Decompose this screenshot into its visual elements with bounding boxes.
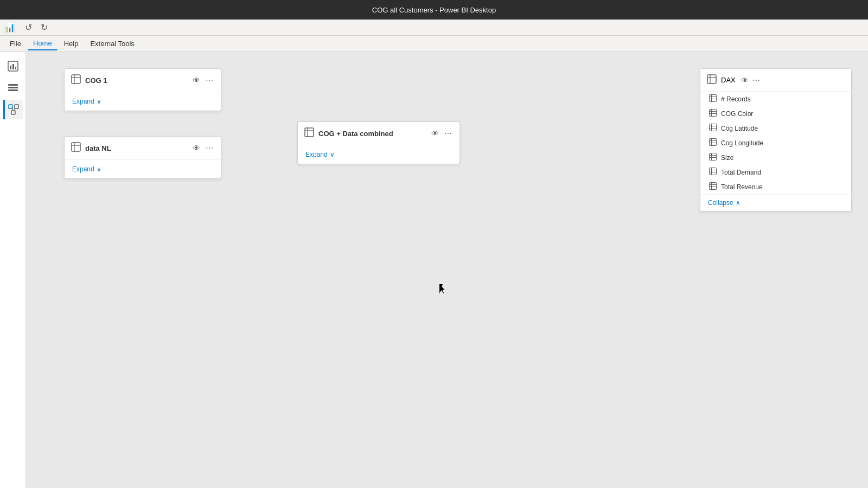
mouse-cursor [439, 284, 446, 294]
svg-rect-16 [8, 89, 18, 91]
svg-rect-18 [15, 105, 18, 108]
main-canvas: COG 1 👁 ⋯ Expand ∨ data NL 👁 ⋯ [26, 52, 868, 488]
dax-visibility-btn[interactable]: 👁 [740, 75, 750, 86]
dax-card-actions: 👁 ⋯ [740, 76, 762, 85]
svg-rect-38 [710, 110, 717, 117]
dax-field-cog-color-label: COG Color [721, 110, 753, 118]
table-data-nl-expand-icon: ∨ [97, 165, 101, 173]
menu-external-tools[interactable]: External Tools [85, 37, 139, 50]
table-name-cog1: COG 1 [85, 76, 187, 85]
sidebar-report-icon[interactable] [3, 56, 23, 76]
table-icon-cog1 [71, 74, 81, 86]
undo-btn[interactable]: ↺ [22, 21, 35, 34]
table-icon-data-nl [71, 142, 81, 154]
table-data-nl-expand-label: Expand [72, 165, 94, 173]
dax-field-total-revenue: Total Revenue [700, 179, 851, 194]
dax-field-total-demand: Total Demand [700, 165, 851, 179]
dax-field-records-icon [709, 94, 717, 104]
table-name-cog-data: COG + Data combined [318, 130, 426, 138]
dax-field-cog-latitude-icon [709, 124, 717, 133]
menu-home[interactable]: Home [28, 37, 58, 50]
svg-rect-15 [8, 87, 18, 88]
window-icon: 📊 [4, 22, 15, 33]
svg-rect-50 [710, 153, 717, 160]
svg-rect-42 [710, 124, 717, 131]
svg-rect-17 [9, 105, 12, 108]
table-cog1-expand-btn[interactable]: Expand ∨ [65, 92, 221, 111]
dax-field-cog-color: COG Color [700, 106, 851, 121]
table-cog1-visibility-btn[interactable]: 👁 [192, 75, 201, 86]
dax-field-size-icon [709, 153, 717, 162]
svg-rect-19 [11, 111, 15, 114]
dax-collapse-label: Collapse [708, 199, 733, 207]
svg-rect-11 [10, 66, 11, 69]
svg-marker-62 [439, 284, 445, 294]
table-cog-data-expand-label: Expand [305, 151, 328, 158]
table-icon-cog-data [304, 127, 314, 139]
dax-field-total-demand-icon [709, 168, 717, 177]
table-data-nl-visibility-btn[interactable]: 👁 [192, 143, 201, 153]
dax-card: DAX 👁 ⋯ # Records [700, 68, 852, 211]
svg-rect-12 [12, 64, 14, 69]
table-data-nl-more-btn[interactable]: ⋯ [205, 143, 214, 153]
dax-field-total-revenue-label: Total Revenue [721, 183, 763, 191]
table-cog-data-visibility-btn[interactable]: 👁 [430, 128, 440, 139]
dax-card-name: DAX [721, 76, 736, 84]
dax-field-cog-latitude-label: Cog Latitude [721, 125, 758, 132]
menu-file[interactable]: File [4, 37, 27, 50]
svg-rect-25 [72, 143, 80, 151]
dax-collapse-btn[interactable]: Collapse ∧ [700, 194, 851, 211]
table-cog1-actions: 👁 ⋯ [192, 75, 214, 86]
table-cog-data-actions: 👁 ⋯ [430, 128, 453, 139]
title-bar: COG all Customers - Power BI Desktop [0, 0, 868, 20]
svg-rect-34 [710, 95, 717, 102]
table-cog1-expand-icon: ∨ [97, 98, 101, 105]
table-data-nl-expand-btn[interactable]: Expand ∨ [65, 160, 221, 178]
table-card-data-nl-header: data NL 👁 ⋯ [65, 137, 221, 160]
dax-field-size: Size [700, 150, 851, 165]
dax-field-records-label: # Records [721, 95, 751, 103]
sidebar-model-icon[interactable] [3, 100, 23, 119]
menu-help[interactable]: Help [59, 37, 84, 50]
table-cog-data-expand-btn[interactable]: Expand ∨ [298, 145, 459, 164]
sidebar-data-icon[interactable] [3, 78, 23, 98]
dax-icon [707, 74, 717, 86]
dax-field-cog-longitude: Cog Longitude [700, 136, 851, 150]
dax-field-cog-longitude-label: Cog Longitude [721, 139, 763, 147]
table-card-cog1: COG 1 👁 ⋯ Expand ∨ [64, 68, 221, 111]
svg-rect-14 [8, 84, 18, 86]
table-card-cog1-header: COG 1 👁 ⋯ [65, 69, 221, 92]
table-card-data-nl: data NL 👁 ⋯ Expand ∨ [64, 136, 221, 179]
dax-field-records: # Records [700, 92, 851, 106]
table-name-data-nl: data NL [85, 144, 187, 152]
dax-card-header: DAX 👁 ⋯ [700, 69, 851, 92]
svg-rect-31 [707, 75, 716, 84]
table-cog1-more-btn[interactable]: ⋯ [205, 75, 214, 86]
redo-btn[interactable]: ↻ [37, 21, 51, 34]
dax-field-total-demand-label: Total Demand [721, 169, 761, 176]
dax-collapse-icon: ∧ [736, 199, 741, 207]
table-card-cog-data-header: COG + Data combined 👁 ⋯ [298, 122, 459, 145]
table-cog-data-more-btn[interactable]: ⋯ [443, 128, 453, 139]
svg-rect-58 [710, 183, 717, 190]
dax-field-total-revenue-icon [709, 182, 717, 191]
svg-rect-54 [710, 168, 717, 175]
table-cog-data-expand-icon: ∨ [330, 151, 335, 158]
svg-rect-13 [15, 67, 16, 69]
dax-field-cog-longitude-icon [709, 138, 717, 147]
menu-bar: File Home Help External Tools [0, 36, 868, 52]
dax-field-cog-color-icon [709, 109, 717, 118]
svg-rect-22 [72, 75, 80, 84]
table-cog1-expand-label: Expand [72, 98, 94, 105]
dax-more-btn[interactable]: ⋯ [751, 75, 761, 86]
title-text: COG all Customers - Power BI Desktop [372, 6, 496, 14]
svg-rect-28 [305, 128, 314, 137]
left-sidebar [0, 52, 26, 488]
table-card-cog-data-combined: COG + Data combined 👁 ⋯ Expand ∨ [297, 121, 460, 164]
dax-field-cog-latitude: Cog Latitude [700, 121, 851, 136]
svg-rect-46 [710, 139, 717, 146]
table-data-nl-actions: 👁 ⋯ [192, 143, 214, 153]
dax-field-size-label: Size [721, 154, 733, 162]
